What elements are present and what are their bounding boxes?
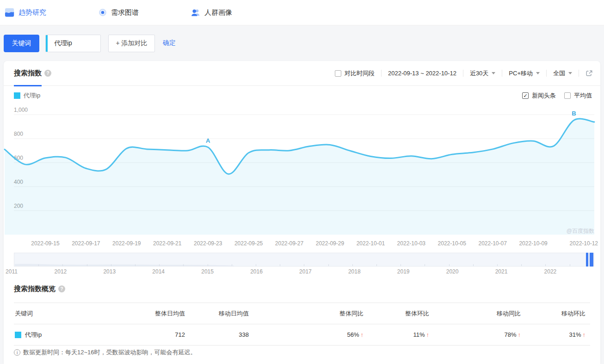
info-icon: i xyxy=(14,349,20,356)
tab-label: 搜索指数 xyxy=(14,69,42,78)
tab-search-index[interactable]: 搜索指数 ? xyxy=(14,61,51,86)
search-index-chart[interactable]: 2004006008001,0002022-09-152022-09-17202… xyxy=(4,105,600,249)
device-value: PC+移动 xyxy=(509,69,533,78)
keyword-value: 代理ip xyxy=(48,39,72,48)
chart-controls: 对比时间段 2022-09-13 ~ 2022-10-12 近30天 PC+移动 xyxy=(335,69,593,78)
region-value: 全国 xyxy=(553,69,565,78)
slider-tick xyxy=(497,264,498,266)
legend-label: 代理ip xyxy=(24,91,40,100)
overall-yoy-value: 56%↑ xyxy=(249,331,364,338)
news-marker-B: B xyxy=(572,110,576,117)
divider xyxy=(381,70,382,77)
nav-crowd-portrait[interactable]: 人群画像 xyxy=(191,7,232,18)
add-compare-button[interactable]: + 添加对比 xyxy=(108,35,155,52)
keyword-button[interactable]: 关键词 xyxy=(4,35,39,52)
x-axis-label: 2022-10-12 xyxy=(570,240,598,247)
compare-period-checkbox[interactable]: 对比时间段 xyxy=(335,69,375,78)
help-icon[interactable]: ? xyxy=(58,285,65,292)
x-axis-label: 2022-09-27 xyxy=(275,240,304,247)
slider-handle-right[interactable] xyxy=(590,253,593,267)
col-overall-yoy: 整体同比 xyxy=(249,309,364,318)
data-update-note: i 数据更新时间：每天12~16时，受数据波动影响，可能会有延迟。 xyxy=(14,348,197,357)
y-axis-label: 1,000 xyxy=(14,107,28,113)
slider-tick xyxy=(232,264,232,266)
confirm-link[interactable]: 确定 xyxy=(163,39,176,47)
export-button[interactable] xyxy=(586,70,593,77)
slider-tick xyxy=(401,264,401,266)
active-tab-underline xyxy=(14,85,42,86)
checkbox-checked-icon[interactable]: ✓ xyxy=(522,92,529,99)
chart-header: 搜索指数 ? 对比时间段 2022-09-13 ~ 2022-10-12 近30… xyxy=(4,61,600,86)
col-overall-mom: 整体环比 xyxy=(364,309,429,318)
overview-table: 关键词 整体日均值 移动日均值 整体同比 整体环比 移动同比 移动环比 代理ip… xyxy=(14,303,590,346)
timeline-year-label: 2013 xyxy=(103,268,116,275)
timeline-years: 2011201220132014201520162017201820192020… xyxy=(14,268,594,276)
col-mobile-yoy: 移动同比 xyxy=(429,309,521,318)
trend-chart-icon xyxy=(5,7,15,18)
up-arrow-icon: ↑ xyxy=(583,331,586,338)
slider-tick xyxy=(183,264,184,266)
slider-tick xyxy=(256,264,256,266)
timeline-year-label: 2012 xyxy=(55,268,67,275)
help-icon[interactable]: ? xyxy=(44,70,51,77)
radar-dot-icon xyxy=(98,8,107,17)
mobile-mom-value: 31%↑ xyxy=(521,331,586,338)
search-index-card: 搜索指数 ? 对比时间段 2022-09-13 ~ 2022-10-12 近30… xyxy=(4,61,600,364)
watermark: @百度指数 xyxy=(567,228,594,234)
nav-trend-research[interactable]: 趋势研究 xyxy=(5,7,46,18)
x-axis-label: 2022-09-29 xyxy=(316,240,345,247)
divider xyxy=(579,70,579,77)
timeline-year-label: 2015 xyxy=(201,268,214,275)
x-axis-label: 2022-09-25 xyxy=(234,240,263,247)
checkbox-icon[interactable] xyxy=(564,92,571,99)
col-overall-avg: 整体日均值 xyxy=(133,309,185,318)
timeline-year-label: 2011 xyxy=(6,268,18,275)
slider-tick xyxy=(425,264,425,266)
checkbox-icon[interactable] xyxy=(335,70,341,77)
overview-title-text: 搜索指数概览 xyxy=(14,285,55,293)
timeline-year-label: 2016 xyxy=(250,268,263,275)
y-axis-label: 800 xyxy=(14,131,23,137)
keyword-cell: 代理ip xyxy=(14,331,133,339)
caret-down-icon xyxy=(536,72,540,74)
period-value: 近30天 xyxy=(470,69,488,78)
timeline-year-label: 2021 xyxy=(495,268,508,275)
slider-tick xyxy=(521,264,522,266)
slider-tick xyxy=(473,264,474,266)
timeline-year-label: 2018 xyxy=(348,268,361,275)
slider-tick xyxy=(449,264,450,266)
x-axis-label: 2022-09-21 xyxy=(153,240,182,247)
date-range-picker[interactable]: 2022-09-13 ~ 2022-10-12 xyxy=(388,70,456,77)
series-legend: 代理ip xyxy=(14,91,40,100)
timeline-slider[interactable] xyxy=(14,253,594,267)
news-headlines-toggle[interactable]: ✓ 新闻头条 xyxy=(522,91,556,100)
slider-tick xyxy=(62,264,63,266)
slider-handle-left[interactable] xyxy=(586,253,588,267)
nav-demand-graph[interactable]: 需求图谱 xyxy=(98,8,139,17)
region-select[interactable]: 全国 xyxy=(553,69,572,78)
keyword-input[interactable]: 代理ip xyxy=(45,35,101,52)
overview-section-title: 搜索指数概览 ? xyxy=(14,285,65,293)
keyword-name: 代理ip xyxy=(25,331,42,339)
x-axis-label: 2022-09-19 xyxy=(112,240,141,247)
slider-tick xyxy=(304,264,304,266)
slider-tick xyxy=(352,264,353,266)
legend-row: 代理ip ✓ 新闻头条 平均值 xyxy=(14,90,592,102)
x-axis-label: 2022-10-05 xyxy=(438,240,467,247)
caret-down-icon xyxy=(568,72,572,74)
average-toggle[interactable]: 平均值 xyxy=(564,91,592,100)
export-icon xyxy=(586,70,593,77)
slider-tick xyxy=(87,264,87,266)
date-range-value: 2022-09-13 ~ 2022-10-12 xyxy=(388,70,456,77)
news-marker-A: A xyxy=(206,137,210,144)
table-header-row: 关键词 整体日均值 移动日均值 整体同比 整体环比 移动同比 移动环比 xyxy=(14,303,590,324)
average-toggle-label: 平均值 xyxy=(574,91,592,100)
series-area xyxy=(5,119,594,235)
x-axis-label: 2022-10-01 xyxy=(357,240,385,247)
divider xyxy=(502,70,502,77)
device-select[interactable]: PC+移动 xyxy=(509,69,540,78)
baidu-index-page: 趋势研究 需求图谱 人群画像 关键词 代理ip + 添加对比 确定 搜索指数 xyxy=(0,0,604,364)
period-select[interactable]: 近30天 xyxy=(470,69,495,78)
slider-tick xyxy=(280,264,280,266)
x-axis-label: 2022-09-17 xyxy=(72,240,100,247)
